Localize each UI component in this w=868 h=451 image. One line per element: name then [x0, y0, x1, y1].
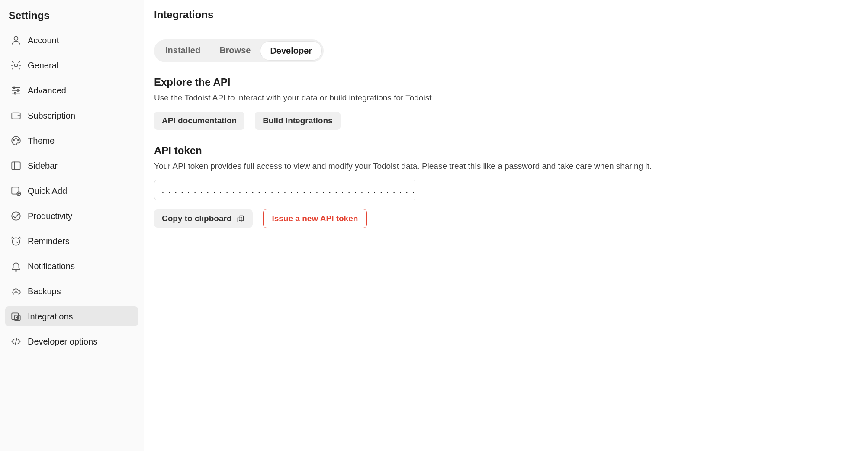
svg-rect-14: [12, 187, 19, 194]
api-token-field: ........................................: [154, 180, 415, 200]
sidebar-title: Settings: [5, 8, 138, 30]
productivity-icon: [10, 210, 22, 222]
sidebar-item-label: Integrations: [28, 312, 73, 322]
gear-icon: [10, 60, 22, 71]
api-documentation-button[interactable]: API documentation: [154, 112, 244, 130]
bell-icon: [10, 261, 22, 272]
main-body: Installed Browse Developer Explore the A…: [144, 29, 868, 253]
build-integrations-button[interactable]: Build integrations: [255, 112, 341, 130]
section-description: Use the Todoist API to interact with you…: [154, 92, 858, 104]
sidebar-item-advanced[interactable]: Advanced: [5, 81, 138, 100]
sidebar-item-theme[interactable]: Theme: [5, 131, 138, 151]
palette-icon: [10, 135, 22, 146]
main-header: Integrations: [144, 0, 868, 29]
sidebar-item-label: Backups: [28, 287, 61, 296]
tab-developer[interactable]: Developer: [260, 41, 322, 61]
svg-point-9: [13, 139, 14, 140]
section-description: Your API token provides full access to v…: [154, 160, 858, 172]
code-icon: [10, 336, 22, 347]
sidebar-icon: [10, 160, 22, 171]
alarm-icon: [10, 235, 22, 247]
sidebar-item-label: Sidebar: [28, 161, 58, 171]
explore-api-section: Explore the API Use the Todoist API to i…: [154, 76, 858, 130]
button-label: Copy to clipboard: [162, 214, 232, 223]
issue-new-api-token-button[interactable]: Issue a new API token: [263, 209, 367, 228]
sliders-icon: [10, 85, 22, 96]
copy-to-clipboard-button[interactable]: Copy to clipboard: [154, 209, 253, 228]
main-panel: Integrations Installed Browse Developer …: [144, 0, 868, 451]
section-heading: API token: [154, 145, 858, 157]
sidebar-item-label: Subscription: [28, 111, 75, 121]
sidebar-item-label: Productivity: [28, 211, 72, 221]
sidebar-item-label: Reminders: [28, 236, 70, 246]
svg-point-10: [16, 138, 16, 139]
svg-point-11: [18, 139, 19, 140]
svg-point-18: [12, 212, 20, 220]
page-title: Integrations: [154, 9, 858, 21]
svg-point-1: [15, 64, 18, 67]
tab-browse[interactable]: Browse: [210, 41, 260, 61]
sidebar-item-sidebar[interactable]: Sidebar: [5, 156, 138, 176]
sidebar-item-label: Quick Add: [28, 186, 67, 196]
sidebar-item-label: Notifications: [28, 261, 75, 271]
svg-rect-27: [239, 216, 243, 221]
api-token-section: API token Your API token provides full a…: [154, 145, 858, 229]
sidebar-item-label: Developer options: [28, 337, 97, 347]
sidebar-item-quick-add[interactable]: Quick Add: [5, 181, 138, 201]
sidebar-item-integrations[interactable]: Integrations: [5, 306, 138, 326]
api-token-masked-value: ........................................: [161, 186, 417, 195]
integration-tabs: Installed Browse Developer: [154, 39, 324, 62]
sidebar-item-backups[interactable]: Backups: [5, 281, 138, 301]
sidebar-item-productivity[interactable]: Productivity: [5, 206, 138, 226]
sidebar-item-account[interactable]: Account: [5, 30, 138, 50]
integrations-icon: [10, 311, 22, 322]
sidebar-item-label: Account: [28, 35, 59, 45]
sidebar-item-developer-options[interactable]: Developer options: [5, 332, 138, 351]
sidebar-item-label: General: [28, 61, 58, 71]
wallet-icon: [10, 110, 22, 121]
sidebar-item-label: Advanced: [28, 86, 66, 96]
sidebar-item-general[interactable]: General: [5, 55, 138, 75]
svg-rect-28: [238, 217, 242, 222]
user-icon: [10, 35, 22, 46]
svg-rect-12: [12, 162, 20, 169]
quick-add-icon: [10, 185, 22, 197]
svg-point-0: [14, 36, 18, 40]
cloud-upload-icon: [10, 286, 22, 297]
sidebar-item-subscription[interactable]: Subscription: [5, 106, 138, 126]
svg-line-24: [15, 338, 17, 345]
clipboard-icon: [236, 214, 245, 223]
sidebar-item-label: Theme: [28, 136, 55, 146]
settings-sidebar: Settings Account General Advanced Subscr…: [0, 0, 144, 451]
sidebar-item-notifications[interactable]: Notifications: [5, 256, 138, 276]
sidebar-item-reminders[interactable]: Reminders: [5, 231, 138, 251]
tab-installed[interactable]: Installed: [156, 41, 210, 61]
section-heading: Explore the API: [154, 76, 858, 88]
